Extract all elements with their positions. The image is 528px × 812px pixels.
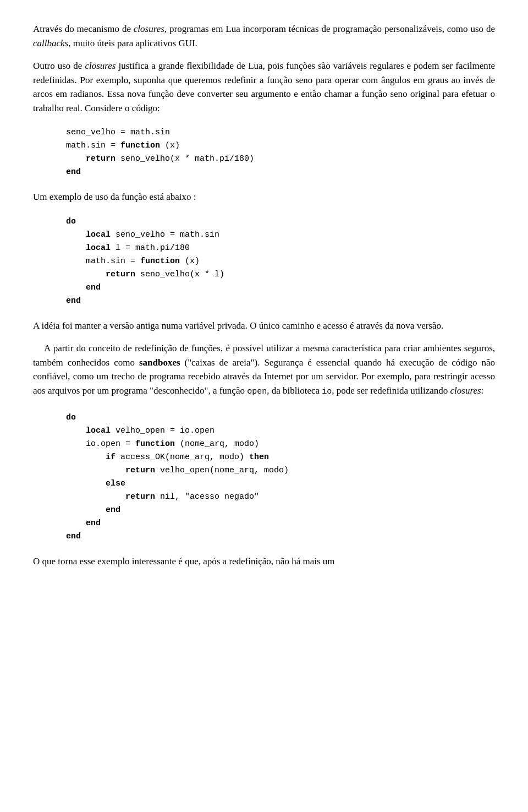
- paragraph-2: Outro uso de closures justifica a grande…: [33, 59, 495, 115]
- paragraph-1: Através do mecanismo de closures, progra…: [33, 22, 495, 50]
- paragraph-4: A idéia foi manter a versão antiga numa …: [33, 319, 495, 333]
- paragraph-5: A partir do conceito de redefinição de f…: [33, 341, 495, 398]
- code-block-1: seno_velho = math.sin math.sin = functio…: [66, 126, 495, 179]
- paragraph-6: O que torna esse exemplo interessante é …: [33, 554, 495, 569]
- code-block-3: do local velho_open = io.open io.open = …: [66, 411, 495, 543]
- code-block-2: do local seno_velho = math.sin local l =…: [66, 215, 495, 308]
- paragraph-3: Um exemplo de uso da função está abaixo …: [33, 190, 495, 204]
